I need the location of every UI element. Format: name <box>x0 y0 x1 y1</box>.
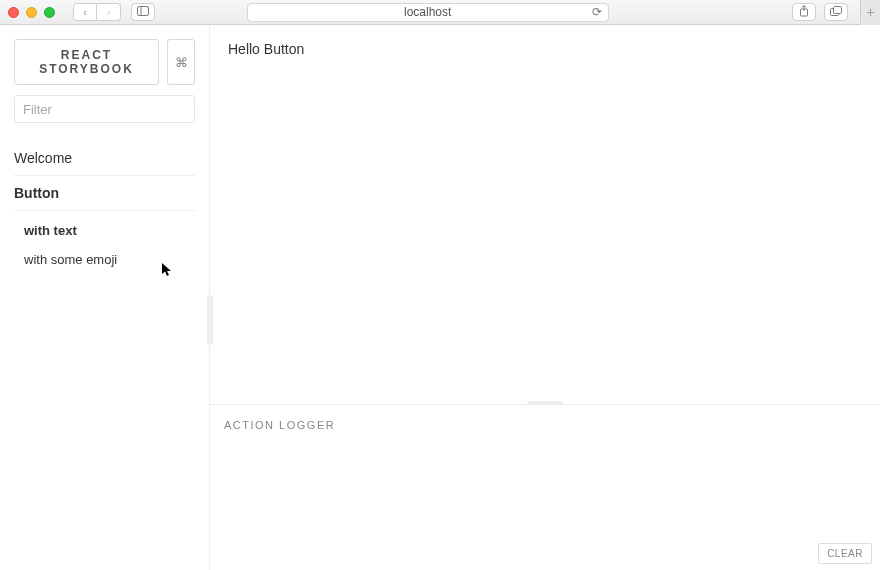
preview-content[interactable]: Hello Button <box>228 41 304 57</box>
nav-back-forward: ‹ › <box>73 3 121 21</box>
window-minimize-button[interactable] <box>26 7 37 18</box>
story-kind-button[interactable]: Button <box>14 176 195 211</box>
story-with-text[interactable]: with text <box>24 215 195 244</box>
brand-title[interactable]: REACT STORYBOOK <box>14 39 159 85</box>
story-kind-welcome[interactable]: Welcome <box>14 141 195 176</box>
address-text: localhost <box>404 5 451 19</box>
sidebar: REACT STORYBOOK ⌘ Welcome Button with te… <box>0 25 210 570</box>
story-list: with text with some emoji <box>14 211 195 273</box>
forward-button[interactable]: › <box>97 3 121 21</box>
preview-area: Hello Button <box>210 25 880 405</box>
window-traffic-lights <box>8 7 55 18</box>
address-bar[interactable]: localhost ⟳ <box>247 3 609 22</box>
plus-icon: + <box>866 4 874 20</box>
window-close-button[interactable] <box>8 7 19 18</box>
command-icon: ⌘ <box>175 55 188 70</box>
shortcuts-button[interactable]: ⌘ <box>167 39 195 85</box>
share-icon <box>799 5 809 19</box>
reload-icon[interactable]: ⟳ <box>592 5 602 19</box>
chevron-left-icon: ‹ <box>83 6 87 18</box>
clear-button[interactable]: CLEAR <box>818 543 872 564</box>
browser-toolbar: ‹ › localhost ⟳ + <box>0 0 880 25</box>
panel-resize-handle[interactable] <box>527 401 563 405</box>
action-logger-panel: ACTION LOGGER CLEAR <box>210 405 880 570</box>
action-logger-title: ACTION LOGGER <box>210 405 880 439</box>
chevron-right-icon: › <box>107 6 111 18</box>
filter-input[interactable] <box>14 95 195 123</box>
sidebar-toggle-button[interactable] <box>131 3 155 21</box>
window-fullscreen-button[interactable] <box>44 7 55 18</box>
action-logger-body <box>210 439 880 537</box>
storybook-app: REACT STORYBOOK ⌘ Welcome Button with te… <box>0 25 880 570</box>
back-button[interactable]: ‹ <box>73 3 97 21</box>
tabs-icon <box>830 6 842 18</box>
svg-rect-0 <box>138 7 149 16</box>
svg-rect-5 <box>833 7 841 14</box>
share-button[interactable] <box>792 3 816 21</box>
story-tree: Welcome Button with text with some emoji <box>14 141 195 273</box>
new-tab-button[interactable]: + <box>860 0 880 25</box>
story-with-some-emoji[interactable]: with some emoji <box>24 244 195 273</box>
show-tabs-button[interactable] <box>824 3 848 21</box>
sidebar-icon <box>137 6 149 18</box>
main-pane: Hello Button ACTION LOGGER CLEAR <box>210 25 880 570</box>
